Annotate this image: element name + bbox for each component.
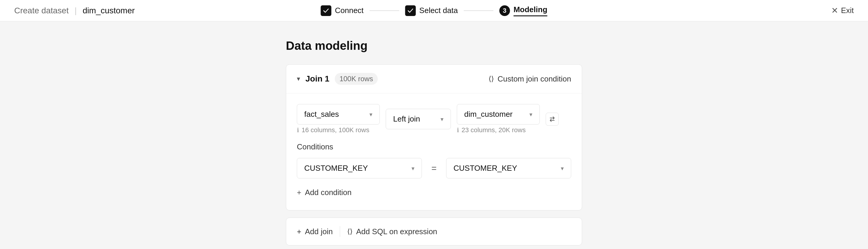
header-right: ✕ Exit bbox=[831, 6, 854, 15]
add-join-button[interactable]: + Add join bbox=[297, 227, 333, 236]
left-table-caret: ▾ bbox=[369, 111, 372, 118]
right-table-info: ℹ 23 columns, 20K rows bbox=[457, 126, 540, 134]
left-condition-caret: ▾ bbox=[411, 165, 414, 172]
bottom-buttons: + Add join ⟨⟩ Add SQL on expression bbox=[286, 218, 582, 245]
wizard-steps: Connect Select data 3 Modeling bbox=[320, 5, 547, 16]
equals-operator: = bbox=[428, 163, 440, 174]
swap-icon bbox=[549, 116, 555, 122]
right-table-info-text: 23 columns, 20K rows bbox=[462, 126, 526, 134]
header: Create dataset | dim_customer Connect Se… bbox=[0, 0, 868, 21]
page-title: Data modeling bbox=[286, 39, 582, 53]
add-sql-label: Add SQL on expression bbox=[356, 227, 437, 236]
right-table-select[interactable]: dim_customer ▾ bbox=[457, 104, 540, 125]
join-title: Join 1 bbox=[305, 74, 330, 84]
join-type-caret: ▾ bbox=[440, 116, 443, 123]
close-icon: ✕ bbox=[831, 6, 838, 15]
custom-join-condition-button[interactable]: ⟨⟩ Custom join condition bbox=[489, 74, 571, 84]
join-type-label: Left join bbox=[393, 115, 420, 124]
create-dataset-label: Create dataset bbox=[14, 6, 69, 15]
step-modeling-number: 3 bbox=[499, 5, 510, 16]
left-table-info-text: 16 columns, 100K rows bbox=[302, 126, 369, 134]
right-condition-value: CUSTOMER_KEY bbox=[454, 164, 517, 173]
right-table-caret: ▾ bbox=[529, 111, 532, 118]
header-left: Create dataset | dim_customer bbox=[14, 6, 135, 15]
left-table-info-icon: ℹ bbox=[297, 127, 299, 134]
step-select-data: Select data bbox=[405, 5, 458, 16]
step-connect-label: Connect bbox=[335, 6, 364, 15]
left-table-col: fact_sales ▾ ℹ 16 columns, 100K rows bbox=[297, 104, 380, 134]
add-join-label: Add join bbox=[305, 227, 333, 236]
step-modeling-label: Modeling bbox=[514, 5, 547, 16]
right-table-name: dim_customer bbox=[464, 110, 513, 119]
content-area: Data modeling ▾ Join 1 100K rows ⟨⟩ Cust… bbox=[286, 39, 582, 245]
step-line-1 bbox=[369, 10, 399, 11]
join-card: ▾ Join 1 100K rows ⟨⟩ Custom join condit… bbox=[286, 64, 582, 211]
main-content: Data modeling ▾ Join 1 100K rows ⟨⟩ Cust… bbox=[0, 21, 868, 249]
left-condition-value: CUSTOMER_KEY bbox=[304, 164, 368, 173]
add-sql-button[interactable]: ⟨⟩ Add SQL on expression bbox=[347, 227, 437, 236]
header-divider: | bbox=[75, 6, 77, 15]
add-condition-plus-icon: + bbox=[297, 188, 301, 197]
join-card-body: fact_sales ▾ ℹ 16 columns, 100K rows Lef… bbox=[286, 93, 582, 210]
custom-join-label: Custom join condition bbox=[497, 74, 571, 84]
join-header-left: ▾ Join 1 100K rows bbox=[297, 73, 378, 85]
add-condition-label: Add condition bbox=[305, 188, 352, 197]
right-table-col: dim_customer ▾ ℹ 23 columns, 20K rows bbox=[457, 104, 540, 134]
buttons-divider bbox=[340, 226, 340, 237]
step-line-2 bbox=[464, 10, 493, 11]
right-condition-caret: ▾ bbox=[561, 165, 564, 172]
exit-button[interactable]: ✕ Exit bbox=[831, 6, 854, 15]
step-select-check bbox=[405, 5, 415, 16]
left-table-select[interactable]: fact_sales ▾ bbox=[297, 104, 380, 125]
swap-tables-button[interactable] bbox=[546, 113, 559, 126]
exit-label: Exit bbox=[841, 6, 854, 15]
conditions-label: Conditions bbox=[297, 142, 571, 152]
join-type-select[interactable]: Left join ▾ bbox=[386, 109, 451, 129]
code-icon: ⟨⟩ bbox=[489, 75, 494, 83]
right-condition-select[interactable]: CUSTOMER_KEY ▾ bbox=[446, 158, 571, 179]
step-modeling: 3 Modeling bbox=[499, 5, 547, 16]
right-table-info-icon: ℹ bbox=[457, 127, 459, 134]
dataset-name: dim_customer bbox=[83, 6, 135, 15]
left-table-name: fact_sales bbox=[304, 110, 339, 119]
collapse-icon[interactable]: ▾ bbox=[297, 75, 300, 83]
condition-row: CUSTOMER_KEY ▾ = CUSTOMER_KEY ▾ bbox=[297, 158, 571, 179]
left-table-info: ℹ 16 columns, 100K rows bbox=[297, 126, 380, 134]
step-connect: Connect bbox=[320, 5, 364, 16]
add-sql-code-icon: ⟨⟩ bbox=[347, 227, 352, 236]
rows-badge: 100K rows bbox=[335, 73, 378, 85]
step-connect-check bbox=[320, 5, 331, 16]
join-tables-row: fact_sales ▾ ℹ 16 columns, 100K rows Lef… bbox=[297, 104, 571, 134]
join-card-header: ▾ Join 1 100K rows ⟨⟩ Custom join condit… bbox=[286, 65, 582, 93]
add-join-plus-icon: + bbox=[297, 227, 301, 236]
step-select-data-label: Select data bbox=[419, 6, 458, 15]
left-condition-select[interactable]: CUSTOMER_KEY ▾ bbox=[297, 158, 422, 179]
add-condition-button[interactable]: + Add condition bbox=[297, 186, 352, 199]
